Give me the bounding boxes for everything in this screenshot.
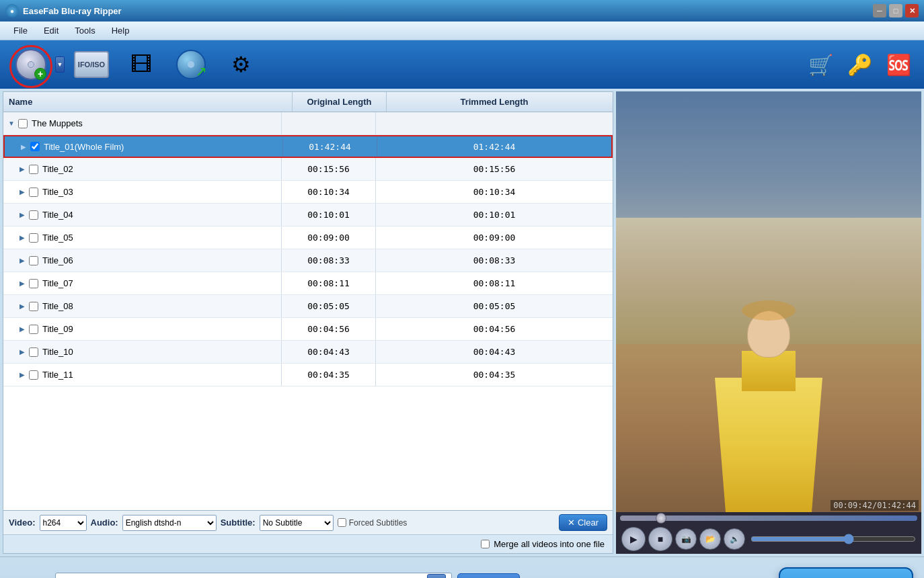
table-row[interactable]: ▶ Title_05 00:09:00 00:09:00 (3, 226, 613, 249)
root-orig-cell (282, 112, 376, 134)
app-icon: ● (5, 4, 19, 17)
table-row[interactable]: ▶ Title_11 00:04:35 00:04:35 (3, 364, 613, 386)
table-row[interactable]: ▶ Title_10 00:04:43 00:04:43 (3, 341, 613, 364)
table-row[interactable]: ▶ Title_04 00:10:01 00:10:01 (3, 204, 613, 226)
shop-icon: 🛒 (808, 53, 833, 77)
title04-trim: 00:10:01 (376, 204, 613, 226)
menu-help[interactable]: Help (104, 23, 138, 38)
table-row[interactable]: ▶ Title_06 00:08:33 00:08:33 (3, 249, 613, 272)
title06-expand[interactable]: ▶ (17, 255, 28, 266)
title05-expand[interactable]: ▶ (17, 233, 28, 243)
title07-expand[interactable]: ▶ (17, 278, 28, 289)
help-button[interactable]: 🆘 (881, 47, 916, 82)
minimize-button[interactable]: ─ (873, 4, 886, 17)
load-bluray-button[interactable]: ↗ (168, 44, 214, 85)
forced-subtitles-label[interactable]: Forced Subtitles (338, 518, 408, 528)
profile-dropdown-arrow[interactable]: ▼ (427, 574, 446, 579)
disc-center (188, 61, 194, 68)
main-content: Name Original Length Trimmed Length ▼ Th… (0, 89, 924, 556)
root-name-cell: ▼ The Muppets (3, 112, 282, 134)
title08-checkbox[interactable] (29, 302, 38, 311)
menu-file[interactable]: File (5, 23, 36, 38)
title04-orig: 00:10:01 (282, 204, 376, 226)
snapshot-button[interactable]: 📷 (675, 528, 697, 550)
volume-icon: 🔊 (730, 534, 740, 544)
load-video-button[interactable]: 🎞 (118, 44, 164, 85)
table-row[interactable]: ▶ Title_03 00:10:34 00:10:34 (3, 181, 613, 204)
film-icon: 🎞 (130, 52, 152, 77)
title05-trim: 00:09:00 (376, 226, 613, 249)
root-expand-arrow[interactable]: ▼ (6, 118, 17, 129)
title11-checkbox[interactable] (29, 370, 38, 380)
table-body[interactable]: ▼ The Muppets ▶ Title_01(Whole Film) 01:… (3, 112, 613, 510)
merge-bar: Merge all videos into one file (3, 534, 613, 553)
title09-expand[interactable]: ▶ (17, 324, 28, 335)
title11-expand[interactable]: ▶ (17, 370, 28, 380)
table-row[interactable]: ▶ Title_08 00:05:05 00:05:05 (3, 295, 613, 318)
title01-checkbox[interactable] (30, 142, 40, 151)
load-disc-button[interactable]: + (8, 44, 54, 85)
table-row[interactable]: ▶ Title_09 00:04:56 00:04:56 (3, 318, 613, 341)
title02-expand[interactable]: ▶ (17, 164, 28, 175)
menu-tools[interactable]: Tools (67, 23, 103, 38)
disc-dropdown-arrow[interactable]: ▼ (55, 56, 65, 73)
load-ifo-button[interactable]: IFO/ISO (69, 44, 114, 85)
title04-expand[interactable]: ▶ (17, 210, 28, 220)
seekbar[interactable] (620, 515, 917, 521)
merge-label[interactable]: Merge all videos into one file (481, 539, 605, 549)
table-row[interactable]: ▶ Title_02 00:15:56 00:15:56 (3, 158, 613, 181)
video-select[interactable]: h264 h265 mpeg4 (40, 515, 87, 531)
title06-checkbox[interactable] (29, 256, 38, 265)
window-controls: ─ □ ✕ (873, 4, 919, 17)
subtitle-select[interactable]: No Subtitle English French (260, 515, 334, 531)
volume-slider[interactable] (750, 534, 916, 544)
audio-select[interactable]: English dtshd-n English AC3 (122, 515, 217, 531)
title10-checkbox[interactable] (29, 347, 38, 357)
title05-checkbox[interactable] (29, 233, 38, 243)
forced-subtitles-checkbox[interactable] (338, 518, 346, 527)
title10-orig: 00:04:43 (282, 341, 376, 363)
table-row[interactable]: ▶ Title_01(Whole Film) 01:42:44 01:42:44 (3, 135, 613, 158)
root-group-row[interactable]: ▼ The Muppets (3, 112, 613, 135)
merge-checkbox[interactable] (481, 540, 490, 548)
title03-expand[interactable]: ▶ (17, 187, 28, 198)
root-checkbox[interactable] (18, 119, 28, 128)
maximize-button[interactable]: □ (889, 4, 902, 17)
title11-label: Title_11 (42, 370, 73, 380)
play-icon: ▶ (630, 534, 638, 544)
open-folder-button[interactable]: 📂 (699, 528, 721, 550)
title01-expand[interactable]: ▶ (18, 141, 29, 152)
shop-button[interactable]: 🛒 (803, 47, 838, 82)
volume-button[interactable]: 🔊 (724, 528, 745, 550)
title07-checkbox[interactable] (29, 279, 38, 288)
seekbar-thumb[interactable] (656, 513, 666, 524)
settings-button[interactable]: ⚙ (218, 44, 264, 85)
title08-expand[interactable]: ▶ (17, 301, 28, 312)
dress (715, 378, 822, 512)
title08-orig: 00:05:05 (282, 295, 376, 317)
title03-trim: 00:10:34 (376, 181, 613, 203)
video-label: Video: (9, 518, 36, 528)
register-button[interactable]: 🔑 (842, 47, 877, 82)
profile-select-container[interactable]: 💻 All Devices ▼ (55, 573, 452, 579)
hair (742, 300, 796, 321)
title02-checkbox[interactable] (29, 165, 38, 174)
convert-button[interactable]: Convert (779, 567, 913, 579)
settings-button-bottom[interactable]: Settings (457, 573, 520, 579)
title05-label: Title_05 (42, 233, 73, 243)
title09-checkbox[interactable] (29, 325, 38, 334)
table-row[interactable]: ▶ Title_07 00:08:11 00:08:11 (3, 272, 613, 295)
play-button[interactable]: ▶ (621, 527, 646, 551)
preview-panel: 00:09:42/01:42:44 ▶ ■ 📷 📂 🔊 (616, 91, 921, 554)
title01-name-cell: ▶ Title_01(Whole Film) (5, 136, 283, 157)
stop-button[interactable]: ■ (648, 527, 672, 551)
menu-edit[interactable]: Edit (36, 23, 67, 38)
title09-trim: 00:04:56 (376, 318, 613, 340)
title10-expand[interactable]: ▶ (17, 347, 28, 358)
window-title: EaseFab Blu-ray Ripper (23, 6, 122, 16)
title04-checkbox[interactable] (29, 210, 38, 220)
title09-orig: 00:04:56 (282, 318, 376, 340)
clear-button[interactable]: ✕ Clear (559, 514, 607, 531)
close-button[interactable]: ✕ (905, 4, 919, 17)
title03-checkbox[interactable] (29, 188, 38, 197)
